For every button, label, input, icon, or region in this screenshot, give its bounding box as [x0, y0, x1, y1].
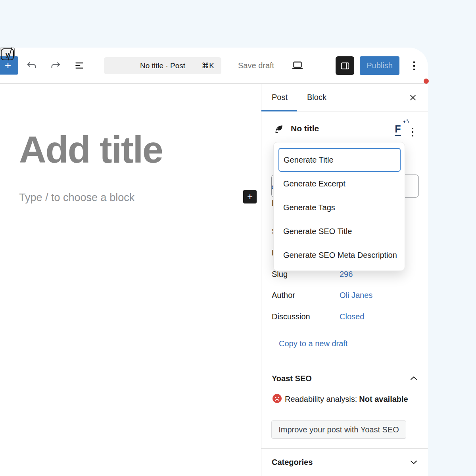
- post-title-input[interactable]: Add title: [19, 131, 163, 169]
- panel-divider: [261, 362, 428, 362]
- yoast-panel-title: Yoast SEO: [272, 374, 312, 383]
- sidebar-tabs: Post Block: [261, 84, 428, 111]
- plus-icon: +: [5, 60, 11, 71]
- close-sidebar-button[interactable]: [405, 90, 421, 105]
- block-inserter-button[interactable]: +: [243, 190, 257, 203]
- sidebar-panel-icon: [340, 61, 350, 71]
- post-actions-menu-button[interactable]: [407, 126, 418, 138]
- yoast-toolbar-button[interactable]: y: [0, 48, 15, 61]
- categories-panel-title: Categories: [272, 458, 313, 467]
- yoast-logo-icon: y: [1, 48, 14, 60]
- command-shortcut: ⌘K: [202, 61, 214, 70]
- document-overview-button[interactable]: [71, 58, 87, 73]
- menu-item-generate-tags[interactable]: Generate Tags: [274, 196, 405, 219]
- ai-generate-dropdown: Generate Title Generate Excerpt Generate…: [273, 142, 405, 271]
- undo-icon: [26, 60, 38, 71]
- notification-dot-icon: [424, 79, 429, 84]
- improve-with-yoast-button[interactable]: Improve your post with Yoast SEO: [271, 420, 406, 439]
- kebab-icon: [412, 128, 413, 136]
- editor-window: + No title · Post: [0, 48, 428, 476]
- editor-toolbar: + No title · Post: [0, 48, 428, 84]
- preview-button[interactable]: [290, 58, 305, 73]
- redo-button[interactable]: [48, 58, 63, 73]
- editor-canvas: Add title Type / to choose a block +: [0, 84, 261, 476]
- readability-sad-face-icon: [272, 393, 282, 403]
- menu-item-generate-seo-title[interactable]: Generate SEO Title: [274, 219, 405, 243]
- collapse-yoast-panel-button[interactable]: [406, 372, 422, 384]
- post-card-title: No title: [291, 124, 319, 133]
- post-feather-icon: [274, 124, 284, 134]
- menu-item-generate-excerpt[interactable]: Generate Excerpt: [274, 172, 405, 196]
- empty-block-placeholder[interactable]: Type / to choose a block: [19, 192, 134, 203]
- field-label-author: Author: [272, 291, 295, 300]
- undo-button[interactable]: [24, 58, 40, 73]
- settings-sidebar: Post Block No title: [261, 84, 428, 476]
- save-draft-button[interactable]: Save draft: [234, 57, 278, 74]
- plus-icon: +: [247, 191, 253, 202]
- chevron-up-icon: [409, 373, 419, 384]
- field-value-author[interactable]: Oli Janes: [340, 291, 372, 300]
- document-title: No title · Post: [140, 61, 185, 70]
- ai-generate-menu-button[interactable]: F ✦: [391, 121, 405, 137]
- close-icon: [408, 92, 418, 103]
- tab-block[interactable]: Block: [307, 84, 326, 111]
- field-label-discussion: Discussion: [272, 312, 310, 321]
- sparkle-icon: ✦: [403, 119, 406, 125]
- expand-categories-panel-button[interactable]: [406, 456, 422, 468]
- settings-sidebar-toggle-button[interactable]: [336, 56, 354, 75]
- field-value-slug[interactable]: 296: [340, 270, 353, 279]
- copy-to-new-draft-link[interactable]: Copy to a new draft: [279, 339, 347, 348]
- laptop-preview-icon: [291, 59, 304, 72]
- publish-button[interactable]: Publish: [360, 56, 399, 75]
- list-view-icon: [73, 60, 85, 71]
- options-menu-button[interactable]: [407, 58, 421, 74]
- tab-post[interactable]: Post: [272, 84, 288, 111]
- field-label-slug: Slug: [272, 270, 288, 279]
- readability-status: Readability analysis:Not available: [285, 395, 408, 404]
- readability-value: Not available: [359, 395, 408, 403]
- field-value-discussion[interactable]: Closed: [340, 312, 364, 321]
- panel-divider: [261, 448, 428, 449]
- command-palette-button[interactable]: No title · Post ⌘K: [104, 57, 221, 74]
- chevron-down-icon: [409, 457, 419, 467]
- redo-icon: [50, 60, 61, 71]
- kebab-icon: [413, 61, 415, 70]
- menu-item-generate-title[interactable]: Generate Title: [278, 148, 401, 172]
- menu-item-generate-seo-meta-description[interactable]: Generate SEO Meta Description: [274, 243, 405, 267]
